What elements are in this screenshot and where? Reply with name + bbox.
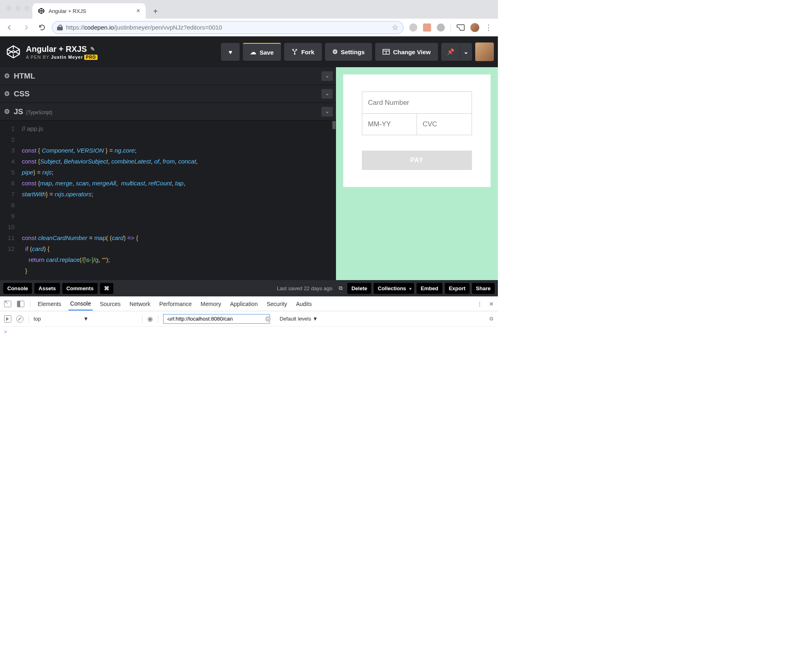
- scrollbar-thumb[interactable]: [332, 121, 336, 129]
- device-toolbar-icon[interactable]: [17, 301, 24, 307]
- traffic-minimize[interactable]: [15, 6, 21, 11]
- heart-icon: ♥: [229, 49, 232, 55]
- card-number-input[interactable]: [362, 91, 472, 113]
- tab-performance[interactable]: Performance: [157, 298, 193, 310]
- save-button[interactable]: ☁Save: [243, 43, 281, 61]
- clear-console-icon[interactable]: [16, 315, 23, 323]
- expiry-input[interactable]: [362, 113, 417, 135]
- cloud-icon: ☁: [250, 49, 256, 56]
- browser-tab[interactable]: Angular + RXJS ×: [32, 3, 146, 19]
- share-button[interactable]: Share: [472, 283, 495, 294]
- extension-icon[interactable]: [437, 23, 445, 32]
- codepen-footer: Console Assets Comments ⌘ Last saved 22 …: [0, 280, 498, 296]
- pen-title-wrap: Angular + RXJS✎ A PEN BY Justin MeyerPRO: [26, 45, 218, 60]
- chevron-down-icon: ⌄: [463, 48, 469, 55]
- console-filter-input[interactable]: [163, 314, 270, 324]
- url-text: https://codepen.io/justinbmeyer/pen/vvpN…: [66, 24, 389, 31]
- browser-tabbar: Angular + RXJS × +: [0, 0, 498, 19]
- traffic-fullscreen[interactable]: [24, 6, 30, 11]
- extension-icon[interactable]: [423, 23, 431, 32]
- delete-button[interactable]: Delete: [347, 283, 371, 294]
- tab-network[interactable]: Network: [128, 298, 152, 310]
- codepen-logo[interactable]: [4, 42, 23, 61]
- context-selector[interactable]: top ▼: [34, 316, 137, 322]
- reload-button[interactable]: [36, 21, 49, 34]
- gear-icon: ⚙: [332, 48, 338, 55]
- back-button[interactable]: [3, 21, 16, 34]
- collections-button[interactable]: Collections: [374, 283, 414, 294]
- tab-console[interactable]: Console: [68, 298, 92, 310]
- separator: [142, 315, 142, 323]
- shortcuts-button[interactable]: ⌘: [100, 283, 113, 294]
- gear-icon[interactable]: ⚙: [4, 108, 10, 115]
- editor-area: ⚙ HTML ⌄ ⚙ CSS ⌄ ⚙ JS (TypeScript) ⌄ 123…: [0, 67, 498, 280]
- html-panel-header[interactable]: ⚙ HTML ⌄: [0, 67, 336, 85]
- bookmark-icon[interactable]: ☆: [392, 23, 398, 32]
- console-settings-icon[interactable]: ⚙: [489, 316, 494, 322]
- pen-subtitle: A PEN BY Justin MeyerPRO: [26, 55, 218, 60]
- assets-tab[interactable]: Assets: [34, 283, 60, 294]
- execution-context-icon[interactable]: [4, 315, 11, 323]
- svg-point-0: [293, 49, 294, 50]
- panel-expand-icon[interactable]: ⌄: [321, 89, 333, 99]
- favicon-codepen: [38, 8, 45, 14]
- tab-sources[interactable]: Sources: [98, 298, 122, 310]
- code-content[interactable]: // app.js const { Component, VERSION } =…: [18, 121, 336, 280]
- pin-button-group: 📌 ⌄: [441, 43, 472, 61]
- gear-icon[interactable]: ⚙: [4, 72, 10, 80]
- tab-security[interactable]: Security: [265, 298, 289, 310]
- user-avatar[interactable]: [475, 42, 494, 61]
- cvc-input[interactable]: [417, 113, 472, 135]
- menu-icon[interactable]: ⋮: [485, 23, 492, 32]
- traffic-close[interactable]: [6, 6, 12, 11]
- pay-button[interactable]: PAY: [362, 151, 472, 170]
- inspect-icon[interactable]: [4, 301, 11, 307]
- clear-filter-icon[interactable]: ×: [265, 316, 271, 322]
- tab-application[interactable]: Application: [228, 298, 259, 310]
- extension-icon[interactable]: [409, 23, 417, 32]
- export-button[interactable]: Export: [445, 283, 470, 294]
- codepen-header: Angular + RXJS✎ A PEN BY Justin MeyerPRO…: [0, 36, 498, 67]
- tab-elements[interactable]: Elements: [36, 298, 63, 310]
- fork-icon: [291, 49, 298, 55]
- edit-title-icon[interactable]: ✎: [90, 46, 95, 52]
- live-expression-icon[interactable]: ◉: [147, 315, 153, 323]
- embed-button[interactable]: Embed: [417, 283, 442, 294]
- comments-tab[interactable]: Comments: [62, 283, 98, 294]
- log-levels-selector[interactable]: Default levels ▼: [280, 316, 318, 322]
- separator: [451, 23, 451, 32]
- panel-expand-icon[interactable]: ⌄: [321, 71, 333, 81]
- change-view-button[interactable]: Change View: [375, 43, 438, 61]
- last-saved-text: Last saved 22 days ago: [277, 285, 332, 291]
- console-output[interactable]: >: [0, 327, 498, 396]
- forward-button[interactable]: [19, 21, 32, 34]
- js-panel-header[interactable]: ⚙ JS (TypeScript) ⌄: [0, 103, 336, 121]
- panel-collapse-icon[interactable]: ⌄: [321, 107, 333, 117]
- new-tab-button[interactable]: +: [150, 6, 161, 17]
- console-tab[interactable]: Console: [3, 283, 32, 294]
- close-devtools-icon[interactable]: ✕: [489, 301, 494, 307]
- svg-point-2: [294, 53, 295, 55]
- address-bar[interactable]: https://codepen.io/justinbmeyer/pen/vvpN…: [52, 21, 404, 34]
- profile-avatar[interactable]: [470, 23, 479, 32]
- svg-point-1: [296, 49, 297, 50]
- tab-memory[interactable]: Memory: [199, 298, 223, 310]
- lock-icon: [57, 25, 63, 30]
- layout-icon: [383, 49, 390, 55]
- popout-icon[interactable]: ⧉: [336, 285, 345, 291]
- love-button[interactable]: ♥: [221, 43, 240, 61]
- fork-button[interactable]: Fork: [284, 43, 322, 61]
- settings-button[interactable]: ⚙Settings: [325, 43, 372, 61]
- panel-title: HTML: [14, 72, 35, 81]
- tab-audits[interactable]: Audits: [294, 298, 313, 310]
- cast-icon[interactable]: [457, 24, 465, 31]
- tab-close-icon[interactable]: ×: [136, 7, 140, 15]
- gear-icon[interactable]: ⚙: [4, 90, 10, 98]
- js-editor[interactable]: 123456789101112 // app.js const { Compon…: [0, 121, 336, 280]
- css-panel-header[interactable]: ⚙ CSS ⌄: [0, 85, 336, 103]
- pin-dropdown[interactable]: ⌄: [460, 43, 472, 61]
- pin-button[interactable]: 📌: [441, 43, 460, 61]
- window-controls: [6, 6, 30, 11]
- console-toolbar: top ▼ ◉ × Default levels ▼ ⚙: [0, 311, 498, 327]
- kebab-icon[interactable]: ⋮: [477, 301, 483, 307]
